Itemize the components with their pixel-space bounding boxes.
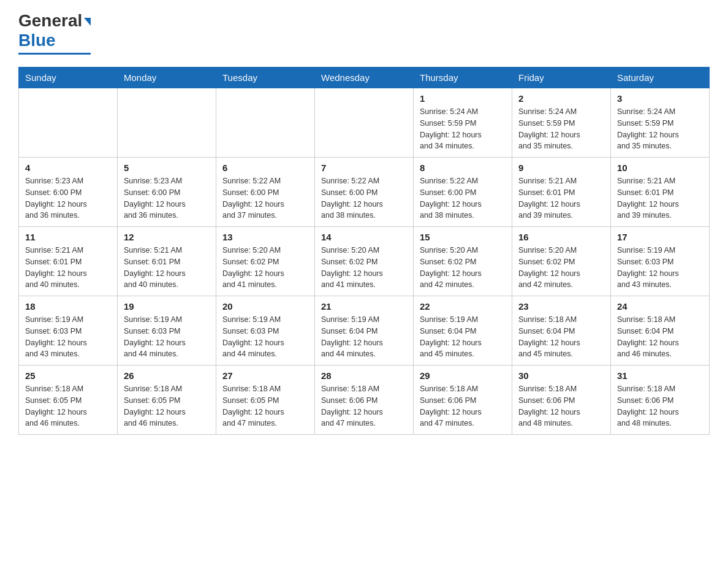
calendar-cell: 27Sunrise: 5:18 AM Sunset: 6:05 PM Dayli… xyxy=(216,366,315,435)
calendar-cell: 4Sunrise: 5:23 AM Sunset: 6:00 PM Daylig… xyxy=(19,158,118,227)
day-info: Sunrise: 5:20 AM Sunset: 6:02 PM Dayligh… xyxy=(518,245,604,291)
day-number: 21 xyxy=(321,301,407,312)
calendar-cell: 3Sunrise: 5:24 AM Sunset: 5:59 PM Daylig… xyxy=(611,88,710,158)
day-number: 30 xyxy=(518,370,604,381)
weekday-header-friday: Friday xyxy=(512,67,611,88)
week-row-1: 1Sunrise: 5:24 AM Sunset: 5:59 PM Daylig… xyxy=(19,88,710,158)
calendar-cell: 2Sunrise: 5:24 AM Sunset: 5:59 PM Daylig… xyxy=(512,88,611,158)
weekday-header-wednesday: Wednesday xyxy=(315,67,414,88)
calendar-cell: 26Sunrise: 5:18 AM Sunset: 6:05 PM Dayli… xyxy=(118,366,216,435)
day-info: Sunrise: 5:18 AM Sunset: 6:06 PM Dayligh… xyxy=(321,383,407,429)
day-info: Sunrise: 5:21 AM Sunset: 6:01 PM Dayligh… xyxy=(518,175,604,221)
calendar-cell xyxy=(118,88,216,158)
day-number: 8 xyxy=(420,163,506,173)
day-info: Sunrise: 5:19 AM Sunset: 6:04 PM Dayligh… xyxy=(420,314,506,360)
day-info: Sunrise: 5:21 AM Sunset: 6:01 PM Dayligh… xyxy=(25,245,111,291)
day-info: Sunrise: 5:19 AM Sunset: 6:03 PM Dayligh… xyxy=(124,314,210,360)
calendar-cell: 15Sunrise: 5:20 AM Sunset: 6:02 PM Dayli… xyxy=(414,227,512,296)
day-number: 27 xyxy=(222,370,308,381)
weekday-header-monday: Monday xyxy=(118,67,216,88)
calendar-cell: 5Sunrise: 5:23 AM Sunset: 6:00 PM Daylig… xyxy=(118,158,216,227)
calendar-cell: 1Sunrise: 5:24 AM Sunset: 5:59 PM Daylig… xyxy=(414,88,512,158)
calendar-cell xyxy=(19,88,118,158)
day-number: 16 xyxy=(518,232,604,242)
calendar-cell: 19Sunrise: 5:19 AM Sunset: 6:03 PM Dayli… xyxy=(118,296,216,366)
day-number: 6 xyxy=(222,163,308,173)
day-info: Sunrise: 5:23 AM Sunset: 6:00 PM Dayligh… xyxy=(124,175,210,221)
weekday-header-tuesday: Tuesday xyxy=(216,67,315,88)
day-number: 28 xyxy=(321,370,407,381)
day-info: Sunrise: 5:18 AM Sunset: 6:04 PM Dayligh… xyxy=(518,314,604,360)
day-number: 12 xyxy=(124,232,210,242)
calendar-cell: 8Sunrise: 5:22 AM Sunset: 6:00 PM Daylig… xyxy=(414,158,512,227)
week-row-5: 25Sunrise: 5:18 AM Sunset: 6:05 PM Dayli… xyxy=(19,366,710,435)
day-number: 25 xyxy=(25,370,111,381)
day-info: Sunrise: 5:22 AM Sunset: 6:00 PM Dayligh… xyxy=(321,175,407,221)
day-info: Sunrise: 5:22 AM Sunset: 6:00 PM Dayligh… xyxy=(420,175,506,221)
day-number: 23 xyxy=(518,301,604,312)
day-info: Sunrise: 5:24 AM Sunset: 5:59 PM Dayligh… xyxy=(617,106,703,152)
week-row-2: 4Sunrise: 5:23 AM Sunset: 6:00 PM Daylig… xyxy=(19,158,710,227)
day-info: Sunrise: 5:19 AM Sunset: 6:03 PM Dayligh… xyxy=(617,245,703,291)
day-number: 20 xyxy=(222,301,308,312)
calendar-cell: 18Sunrise: 5:19 AM Sunset: 6:03 PM Dayli… xyxy=(19,296,118,366)
calendar-cell: 21Sunrise: 5:19 AM Sunset: 6:04 PM Dayli… xyxy=(315,296,414,366)
day-number: 10 xyxy=(617,163,703,173)
logo: General Blue xyxy=(18,12,91,55)
day-info: Sunrise: 5:23 AM Sunset: 6:00 PM Dayligh… xyxy=(25,175,111,221)
day-info: Sunrise: 5:18 AM Sunset: 6:04 PM Dayligh… xyxy=(617,314,703,360)
calendar-cell: 28Sunrise: 5:18 AM Sunset: 6:06 PM Dayli… xyxy=(315,366,414,435)
calendar-cell: 7Sunrise: 5:22 AM Sunset: 6:00 PM Daylig… xyxy=(315,158,414,227)
weekday-header-row: SundayMondayTuesdayWednesdayThursdayFrid… xyxy=(19,67,710,88)
day-number: 15 xyxy=(420,232,506,242)
week-row-4: 18Sunrise: 5:19 AM Sunset: 6:03 PM Dayli… xyxy=(19,296,710,366)
calendar-cell: 9Sunrise: 5:21 AM Sunset: 6:01 PM Daylig… xyxy=(512,158,611,227)
day-number: 24 xyxy=(617,301,703,312)
calendar-cell: 22Sunrise: 5:19 AM Sunset: 6:04 PM Dayli… xyxy=(414,296,512,366)
page-header: General Blue xyxy=(18,12,710,55)
logo-divider xyxy=(18,53,91,55)
day-number: 13 xyxy=(222,232,308,242)
calendar-cell: 29Sunrise: 5:18 AM Sunset: 6:06 PM Dayli… xyxy=(414,366,512,435)
calendar-cell: 16Sunrise: 5:20 AM Sunset: 6:02 PM Dayli… xyxy=(512,227,611,296)
calendar-cell: 10Sunrise: 5:21 AM Sunset: 6:01 PM Dayli… xyxy=(611,158,710,227)
day-number: 22 xyxy=(420,301,506,312)
weekday-header-saturday: Saturday xyxy=(611,67,710,88)
day-info: Sunrise: 5:22 AM Sunset: 6:00 PM Dayligh… xyxy=(222,175,308,221)
day-number: 18 xyxy=(25,301,111,312)
day-number: 9 xyxy=(518,163,604,173)
calendar-cell xyxy=(315,88,414,158)
day-number: 14 xyxy=(321,232,407,242)
calendar-cell: 24Sunrise: 5:18 AM Sunset: 6:04 PM Dayli… xyxy=(611,296,710,366)
day-info: Sunrise: 5:21 AM Sunset: 6:01 PM Dayligh… xyxy=(124,245,210,291)
day-number: 31 xyxy=(617,370,703,381)
calendar-cell: 20Sunrise: 5:19 AM Sunset: 6:03 PM Dayli… xyxy=(216,296,315,366)
day-number: 19 xyxy=(124,301,210,312)
calendar-cell: 14Sunrise: 5:20 AM Sunset: 6:02 PM Dayli… xyxy=(315,227,414,296)
calendar-cell: 25Sunrise: 5:18 AM Sunset: 6:05 PM Dayli… xyxy=(19,366,118,435)
calendar-cell: 30Sunrise: 5:18 AM Sunset: 6:06 PM Dayli… xyxy=(512,366,611,435)
logo-blue-text: Blue xyxy=(18,31,56,50)
day-number: 3 xyxy=(617,93,703,104)
day-info: Sunrise: 5:20 AM Sunset: 6:02 PM Dayligh… xyxy=(222,245,308,291)
week-row-3: 11Sunrise: 5:21 AM Sunset: 6:01 PM Dayli… xyxy=(19,227,710,296)
weekday-header-thursday: Thursday xyxy=(414,67,512,88)
day-info: Sunrise: 5:18 AM Sunset: 6:05 PM Dayligh… xyxy=(222,383,308,429)
day-number: 2 xyxy=(518,93,604,104)
day-info: Sunrise: 5:18 AM Sunset: 6:06 PM Dayligh… xyxy=(420,383,506,429)
day-info: Sunrise: 5:19 AM Sunset: 6:03 PM Dayligh… xyxy=(25,314,111,360)
day-number: 17 xyxy=(617,232,703,242)
calendar-cell: 11Sunrise: 5:21 AM Sunset: 6:01 PM Dayli… xyxy=(19,227,118,296)
day-number: 29 xyxy=(420,370,506,381)
day-info: Sunrise: 5:18 AM Sunset: 6:05 PM Dayligh… xyxy=(124,383,210,429)
day-number: 26 xyxy=(124,370,210,381)
weekday-header-sunday: Sunday xyxy=(19,67,118,88)
day-number: 11 xyxy=(25,232,111,242)
day-info: Sunrise: 5:20 AM Sunset: 6:02 PM Dayligh… xyxy=(420,245,506,291)
day-info: Sunrise: 5:19 AM Sunset: 6:04 PM Dayligh… xyxy=(321,314,407,360)
calendar-cell: 13Sunrise: 5:20 AM Sunset: 6:02 PM Dayli… xyxy=(216,227,315,296)
calendar-cell xyxy=(216,88,315,158)
day-info: Sunrise: 5:24 AM Sunset: 5:59 PM Dayligh… xyxy=(518,106,604,152)
calendar-table: SundayMondayTuesdayWednesdayThursdayFrid… xyxy=(18,67,710,435)
day-number: 4 xyxy=(25,163,111,173)
